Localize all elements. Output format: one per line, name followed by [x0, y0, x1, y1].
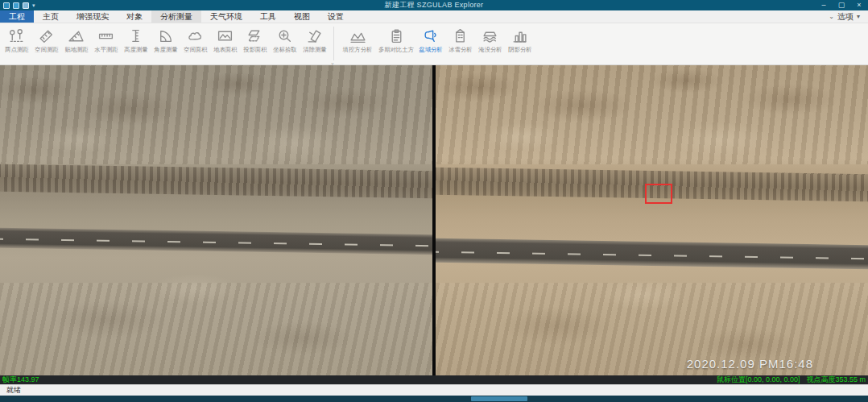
- flood-analysis-icon: [482, 27, 498, 44]
- menu-settings[interactable]: 设置: [319, 10, 353, 23]
- target-annotation-box[interactable]: [645, 184, 672, 204]
- angle-measure-icon: [157, 27, 174, 44]
- toolbar-clear-measure[interactable]: 清除测量: [300, 26, 329, 54]
- toolbar-angle-measure[interactable]: 角度测量: [151, 26, 180, 54]
- shadow-analysis-icon: [511, 27, 528, 44]
- ground-distance-icon: [68, 27, 85, 44]
- application-window: ▾ 新建工程 SZGULAB Explorer – ▢ × 工程 主页 增强现实…: [0, 0, 868, 402]
- timestamp-overlay: 2020.12.09 PM16:48: [687, 357, 813, 371]
- ready-label: 就绪: [6, 385, 21, 396]
- menu-augmented-reality[interactable]: 增强现实: [68, 10, 118, 23]
- toolbar-coordinate-pick[interactable]: 坐标拾取: [270, 26, 300, 54]
- scrollbar-thumb[interactable]: [471, 396, 527, 401]
- fps-readout: 帧率143.97: [2, 375, 39, 384]
- ribbon-toolbar: 两点测距 空间测距 贴地测距 水平测距 高度测量 角度测量 空间面积 地表面积: [0, 23, 868, 65]
- cut-fill-analysis-icon: [349, 27, 366, 44]
- toolbar-cut-fill-analysis[interactable]: 填挖方分析: [338, 26, 377, 54]
- basin-analysis-icon: [422, 27, 439, 44]
- menu-bar: 工程 主页 增强现实 对象 分析测量 天气环境 工具 视图 设置 ⌄ 选项 ▾: [0, 10, 868, 23]
- toolbar-flood-analysis[interactable]: 淹没分析: [475, 26, 505, 54]
- sand-texture: [0, 283, 432, 376]
- menu-analysis-measure[interactable]: 分析测量: [151, 10, 201, 23]
- toolbar-space-area[interactable]: 空间面积: [180, 26, 210, 54]
- aerial-panel-right[interactable]: 2020.12.09 PM16:48: [436, 65, 868, 375]
- options-label: 选项: [837, 11, 854, 23]
- toolbar-shadow-analysis[interactable]: 阴影分析: [505, 26, 535, 54]
- toolbar-separator: ⌄: [333, 27, 334, 60]
- multi-period-compare-icon: [388, 27, 405, 44]
- chevron-down-icon: ⌄: [829, 13, 834, 20]
- menu-objects[interactable]: 对象: [118, 10, 151, 23]
- toolbar-two-point-distance[interactable]: 两点测距: [2, 26, 31, 54]
- toolbar-space-distance[interactable]: 空间测距: [31, 26, 61, 54]
- window-title: 新建工程 SZGULAB Explorer: [0, 0, 868, 10]
- toolbar-surface-area[interactable]: 地表面积: [210, 26, 240, 54]
- status-bar: 就绪: [0, 384, 868, 396]
- toolbar-multi-period-compare[interactable]: 多期对比土方: [377, 26, 415, 54]
- dune-texture: [436, 65, 868, 164]
- horizontal-scrollbar[interactable]: [0, 396, 868, 402]
- space-area-icon: [187, 27, 204, 44]
- menu-weather-environment[interactable]: 天气环境: [201, 10, 251, 23]
- aerial-panel-left[interactable]: [0, 65, 432, 375]
- two-point-distance-icon: [8, 27, 25, 44]
- toolbar-height-measure[interactable]: 高度测量: [121, 26, 151, 54]
- options-dropdown[interactable]: ⌄ 选项 ▾: [829, 10, 868, 23]
- view-height-readout: 视点高度353.55 m: [806, 375, 866, 384]
- dirt-track: [0, 164, 432, 199]
- menu-view[interactable]: 视图: [285, 10, 319, 23]
- projection-area-icon: [246, 27, 263, 44]
- render-status-strip: 帧率143.97 鼠标位置[0.00, 0.00, 0.00] 视点高度353.…: [0, 375, 868, 384]
- height-measure-icon: [127, 27, 144, 44]
- asphalt-road: [436, 238, 868, 270]
- toolbar-basin-analysis[interactable]: 盆域分析: [415, 26, 445, 54]
- title-bar: ▾ 新建工程 SZGULAB Explorer – ▢ ×: [0, 0, 868, 10]
- toolbar-horizontal-distance[interactable]: 水平测距: [91, 26, 121, 54]
- clear-measure-icon: [306, 27, 323, 44]
- mouse-position-readout: 鼠标位置[0.00, 0.00, 0.00]: [717, 375, 800, 384]
- options-caret-icon: ▾: [857, 13, 860, 20]
- horizontal-distance-icon: [97, 27, 114, 44]
- menu-project[interactable]: 工程: [0, 10, 34, 23]
- toolbar-snow-analysis[interactable]: 冰雪分析: [445, 26, 475, 54]
- snow-analysis-icon: [452, 27, 469, 44]
- space-distance-icon: [38, 27, 55, 44]
- status-right-group: 鼠标位置[0.00, 0.00, 0.00] 视点高度353.55 m: [717, 375, 866, 384]
- coordinate-pick-icon: [276, 27, 293, 44]
- toolbar-ground-distance[interactable]: 贴地测距: [61, 26, 91, 54]
- asphalt-road: [0, 228, 432, 255]
- menu-home[interactable]: 主页: [34, 10, 68, 23]
- toolbar-projection-area[interactable]: 投影面积: [240, 26, 270, 54]
- menu-tools[interactable]: 工具: [251, 10, 285, 23]
- map-viewport: 2020.12.09 PM16:48: [0, 65, 868, 375]
- dune-texture: [0, 65, 432, 164]
- surface-area-icon: [217, 27, 234, 44]
